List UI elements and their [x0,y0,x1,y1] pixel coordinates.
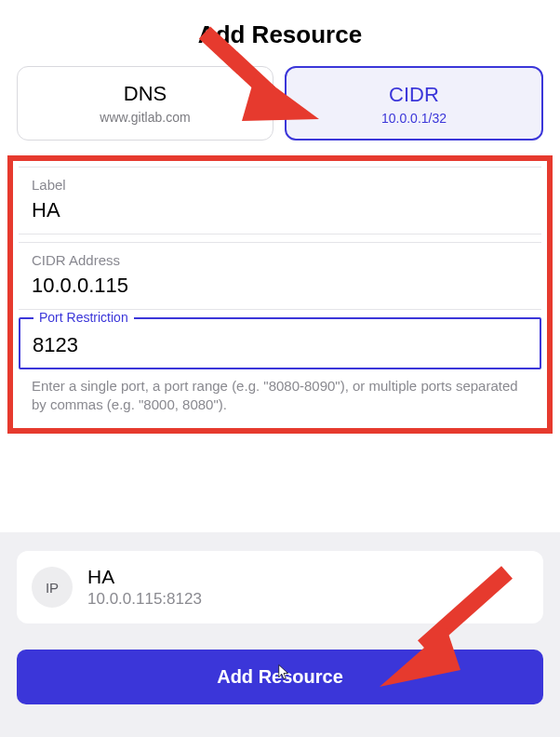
cidr-field-input[interactable] [32,274,528,298]
port-field-container: Port Restriction [19,317,541,369]
tab-dns-example: www.gitlab.com [25,110,265,125]
tab-cidr[interactable]: CIDR 10.0.0.1/32 [285,66,543,141]
cursor-icon [275,663,292,680]
ip-badge: IP [32,567,73,608]
cidr-field-label: CIDR Address [32,252,528,268]
resource-form-highlight: Label CIDR Address Port Restriction Ente… [7,155,553,434]
page-title: Add Resource [0,0,560,66]
preview-title: HA [87,566,202,588]
preview-text: HA 10.0.0.115:8123 [87,566,202,609]
add-resource-button[interactable]: Add Resource [17,650,543,704]
port-field-label: Port Restriction [33,310,134,325]
label-field-label: Label [32,177,528,193]
port-field-input[interactable] [33,333,527,357]
resource-type-tabs: DNS www.gitlab.com CIDR 10.0.0.1/32 [0,66,560,141]
tab-dns[interactable]: DNS www.gitlab.com [17,66,273,141]
cidr-field-container: CIDR Address [19,242,541,310]
tab-cidr-label: CIDR [294,83,534,107]
label-field-container: Label [19,167,541,234]
resource-preview-card: IP HA 10.0.0.115:8123 [17,551,543,623]
tab-cidr-example: 10.0.0.1/32 [294,111,534,126]
port-helper-text: Enter a single port, a port range (e.g. … [19,369,541,415]
preview-subtitle: 10.0.0.115:8123 [87,590,202,609]
label-field-input[interactable] [32,198,528,222]
tab-dns-label: DNS [25,82,265,106]
footer-section: IP HA 10.0.0.115:8123 Add Resource [0,532,560,737]
